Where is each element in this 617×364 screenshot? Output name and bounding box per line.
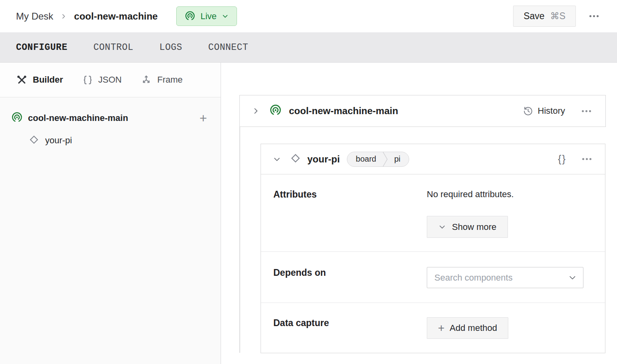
depends-on-search-select[interactable] bbox=[427, 267, 583, 288]
search-components-input[interactable] bbox=[434, 273, 568, 283]
attributes-empty-text: No required attributes. bbox=[427, 189, 514, 200]
add-method-button[interactable]: + Add method bbox=[427, 317, 508, 339]
history-button-label: History bbox=[538, 106, 565, 116]
clock-history-icon bbox=[523, 106, 533, 117]
dot bbox=[589, 158, 591, 160]
diamond-icon bbox=[290, 153, 301, 165]
live-status-dropdown[interactable]: Live bbox=[176, 6, 237, 26]
chevron-down-icon bbox=[438, 223, 446, 231]
component-type-tag: board bbox=[347, 154, 382, 164]
chevron-down-icon bbox=[222, 13, 229, 20]
data-capture-section: Data capture + Add method bbox=[261, 303, 605, 353]
diamond-icon bbox=[29, 135, 39, 146]
component-card: your-pi board pi {} Attributes No requir… bbox=[261, 144, 605, 353]
chevron-right-icon bbox=[60, 13, 67, 20]
component-card-more-menu[interactable] bbox=[580, 156, 594, 162]
depends-on-section: Depends on bbox=[261, 252, 605, 303]
config-sidebar: Builder JSON Frame bbox=[0, 63, 221, 364]
primary-tab-bar: CONFIGURE CONTROL LOGS CONNECT bbox=[0, 32, 617, 63]
broadcast-icon bbox=[11, 112, 23, 125]
tag-divider-chevron-icon bbox=[382, 152, 388, 167]
mode-json[interactable]: JSON bbox=[82, 75, 122, 85]
dot bbox=[582, 110, 584, 112]
dot bbox=[589, 110, 591, 112]
tab-control[interactable]: CONTROL bbox=[94, 42, 133, 53]
add-method-label: Add method bbox=[450, 323, 497, 333]
mode-frame-label: Frame bbox=[157, 75, 183, 85]
broadcast-icon bbox=[185, 11, 195, 22]
part-card-more-menu[interactable] bbox=[579, 108, 593, 115]
add-component-button[interactable]: + bbox=[199, 112, 207, 125]
tab-logs[interactable]: LOGS bbox=[159, 42, 182, 53]
depends-on-section-label: Depends on bbox=[273, 267, 427, 288]
tree-item-machine-part[interactable]: cool-new-machine-main + bbox=[0, 107, 221, 129]
plus-icon: + bbox=[438, 322, 444, 334]
dot bbox=[586, 158, 588, 160]
curly-braces-icon bbox=[82, 75, 93, 85]
data-capture-section-label: Data capture bbox=[273, 317, 427, 339]
chevron-down-icon bbox=[568, 273, 577, 282]
dot bbox=[593, 15, 595, 17]
chevron-down-icon[interactable] bbox=[273, 155, 281, 163]
history-button[interactable]: History bbox=[523, 106, 565, 117]
component-model-tag: pi bbox=[388, 154, 409, 164]
machine-name-title: cool-new-machine bbox=[74, 11, 157, 22]
show-more-button[interactable]: Show more bbox=[427, 216, 508, 238]
part-card-title: cool-new-machine-main bbox=[289, 105, 398, 117]
mode-builder-label: Builder bbox=[33, 75, 63, 85]
tab-connect[interactable]: CONNECT bbox=[208, 42, 248, 53]
breadcrumb-parent-link[interactable]: My Desk bbox=[16, 11, 53, 22]
tree-component-label: your-pi bbox=[45, 135, 72, 146]
frame-axes-icon bbox=[141, 74, 152, 85]
component-type-model-tag: board pi bbox=[347, 152, 409, 167]
mode-builder[interactable]: Builder bbox=[16, 74, 63, 86]
live-badge-label: Live bbox=[201, 11, 217, 22]
chevron-right-icon[interactable] bbox=[252, 107, 260, 115]
app-screen: My Desk cool-new-machine Live Save ⌘S bbox=[0, 0, 617, 364]
content-area: Builder JSON Frame bbox=[0, 63, 617, 364]
resource-tree: cool-new-machine-main + your-pi bbox=[0, 97, 221, 364]
mode-json-label: JSON bbox=[98, 75, 122, 85]
json-toggle-button[interactable]: {} bbox=[558, 153, 566, 165]
broadcast-icon bbox=[269, 104, 282, 118]
tree-connector-line bbox=[239, 127, 240, 353]
dot bbox=[585, 110, 587, 112]
topbar-more-menu[interactable] bbox=[587, 13, 601, 20]
save-shortcut-hint: ⌘S bbox=[550, 11, 565, 22]
config-main-panel: cool-new-machine-main History bbox=[221, 63, 617, 364]
sidebar-mode-switcher: Builder JSON Frame bbox=[0, 63, 221, 97]
dot bbox=[589, 15, 591, 17]
attributes-section-label: Attributes bbox=[273, 189, 427, 238]
tree-item-component[interactable]: your-pi bbox=[0, 129, 221, 152]
show-more-label: Show more bbox=[452, 222, 496, 232]
breadcrumb: My Desk cool-new-machine bbox=[16, 11, 158, 22]
crossed-tools-icon bbox=[16, 74, 28, 86]
top-bar: My Desk cool-new-machine Live Save ⌘S bbox=[0, 0, 617, 32]
mode-frame[interactable]: Frame bbox=[141, 74, 183, 85]
save-button-label: Save bbox=[523, 11, 544, 22]
dot bbox=[597, 15, 599, 17]
save-button[interactable]: Save ⌘S bbox=[513, 6, 576, 27]
tree-machine-part-label: cool-new-machine-main bbox=[28, 113, 128, 123]
dot bbox=[582, 158, 584, 160]
attributes-section: Attributes No required attributes. Show … bbox=[261, 174, 605, 252]
component-card-title: your-pi bbox=[307, 154, 340, 165]
machine-part-card: cool-new-machine-main History bbox=[239, 95, 606, 127]
component-card-header: your-pi board pi {} bbox=[261, 144, 605, 174]
tab-configure[interactable]: CONFIGURE bbox=[16, 42, 68, 53]
